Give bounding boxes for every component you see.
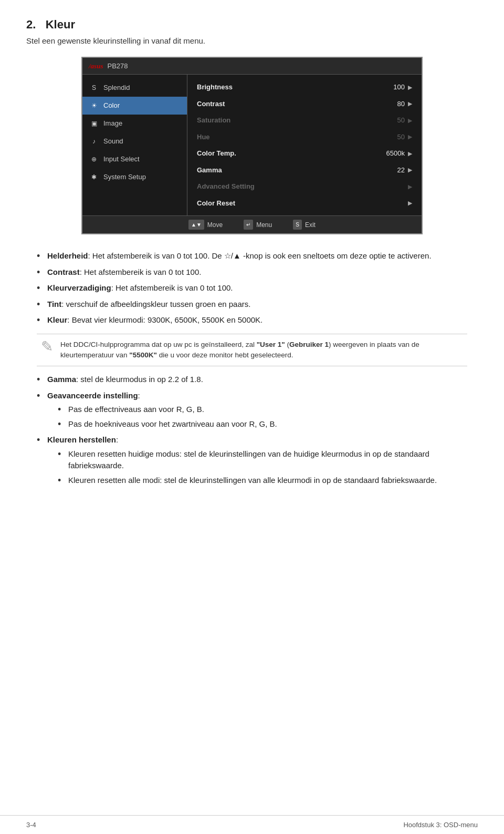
gamma-value: 22 ▶ bbox=[397, 165, 412, 176]
chapter-subtitle: Stel een gewenste kleurinstelling in van… bbox=[26, 35, 478, 47]
panel-row-color-temp[interactable]: Color Temp. 6500k ▶ bbox=[187, 145, 422, 162]
list-item-kleur: Kleur: Bevat vier kleurmodi: 9300K, 6500… bbox=[37, 314, 472, 326]
monitor-body: S Splendid ☀ Color ▣ Image ♪ Sound ⊕ I bbox=[82, 75, 422, 215]
color-temp-value: 6500k ▶ bbox=[386, 148, 412, 159]
sidebar-label-input-select: Input Select bbox=[103, 154, 140, 164]
sidebar-item-image[interactable]: ▣ Image bbox=[82, 115, 187, 132]
color-temp-arrow: ▶ bbox=[408, 149, 412, 158]
color-reset-label: Color Reset bbox=[197, 198, 235, 209]
kleur-bold: Kleur bbox=[47, 315, 67, 324]
hue-value: 50 ▶ bbox=[397, 132, 412, 142]
advanced-setting-label: Advanced Setting bbox=[197, 181, 255, 192]
brightness-arrow: ▶ bbox=[408, 83, 412, 92]
sidebar-label-splendid: Splendid bbox=[103, 83, 130, 93]
panel-row-hue: Hue 50 ▶ bbox=[187, 129, 422, 146]
sidebar-item-sound[interactable]: ♪ Sound bbox=[82, 132, 187, 150]
exit-icon: S bbox=[293, 220, 302, 230]
contrast-bold: Contrast bbox=[47, 267, 80, 276]
sub-item-kleuren-alle: Kleuren resetten alle modi: stel de kleu… bbox=[58, 475, 472, 487]
note-box: ✎ Het DDC/CI-hulpprogramma dat op uw pc … bbox=[37, 334, 467, 367]
geavanceerde-sub-list: Pas de effectniveaus aan voor R, G, B. P… bbox=[47, 404, 472, 430]
page-header: 2. Kleur Stel een gewenste kleurinstelli… bbox=[26, 16, 478, 47]
input-select-icon: ⊕ bbox=[89, 154, 99, 164]
kleuren-herstellen-bold: Kleuren herstellen bbox=[47, 435, 116, 444]
sidebar-item-color[interactable]: ☀ Color bbox=[82, 97, 187, 115]
contrast-label: Contrast bbox=[197, 99, 225, 109]
monitor-model: PB278 bbox=[107, 61, 128, 71]
color-icon: ☀ bbox=[89, 100, 99, 111]
sidebar-item-splendid[interactable]: S Splendid bbox=[82, 79, 187, 97]
advanced-setting-arrow: ▶ bbox=[405, 182, 412, 191]
list-item-kleuren-herstellen: Kleuren herstellen: Kleuren resetten hui… bbox=[37, 434, 472, 486]
move-label: Move bbox=[207, 220, 223, 230]
menu-sidebar: S Splendid ☀ Color ▣ Image ♪ Sound ⊕ I bbox=[82, 75, 187, 215]
footer-chapter-title: Hoofdstuk 3: OSD-menu bbox=[403, 820, 478, 830]
panel-row-advanced-setting: Advanced Setting ▶ bbox=[187, 178, 422, 195]
sub-item-r-g-b-2: Pas de hoekniveaus voor het zwartniveau … bbox=[58, 418, 472, 430]
monitor-osd-ui: /asus PB278 S Splendid ☀ Color ▣ Image bbox=[81, 57, 423, 235]
panel-row-color-reset[interactable]: Color Reset ▶ bbox=[187, 195, 422, 212]
chapter-number: 2. bbox=[26, 18, 36, 31]
tint-bold: Tint bbox=[47, 300, 61, 308]
gamma-text-bold: Gamma bbox=[47, 375, 76, 384]
advanced-arrow-icon: ▶ bbox=[408, 182, 412, 191]
content-body: Helderheid: Het afstembereik is van 0 to… bbox=[26, 250, 478, 486]
note-text: Het DDC/CI-hulpprogramma dat op uw pc is… bbox=[60, 339, 463, 361]
kleurverzadiging-bold: Kleurverzadiging bbox=[47, 283, 111, 292]
gamma-label: Gamma bbox=[197, 165, 222, 176]
page-footer: 3-4 Hoofdstuk 3: OSD-menu bbox=[0, 815, 504, 835]
monitor-titlebar: /asus PB278 bbox=[82, 58, 422, 75]
hue-label: Hue bbox=[197, 132, 210, 142]
move-icon: ▲▼ bbox=[188, 220, 204, 230]
list-item-kleurverzadiging: Kleurverzadiging: Het afstembereik is va… bbox=[37, 282, 472, 294]
menu-icon: ↵ bbox=[244, 220, 253, 230]
panel-row-contrast[interactable]: Contrast 80 ▶ bbox=[187, 96, 422, 112]
saturation-value: 50 ▶ bbox=[397, 115, 412, 126]
list-item-geavanceerde: Geavanceerde instelling: Pas de effectni… bbox=[37, 390, 472, 430]
color-temp-label: Color Temp. bbox=[197, 148, 236, 159]
saturation-arrow: ▶ bbox=[408, 116, 412, 125]
kleuren-herstellen-sub-list: Kleuren resetten huidige modus: stel de … bbox=[47, 448, 472, 487]
main-bullet-list: Helderheid: Het afstembereik is van 0 to… bbox=[32, 250, 472, 326]
geavanceerde-bold: Geavanceerde instelling bbox=[47, 391, 138, 400]
brightness-value: 100 ▶ bbox=[393, 82, 412, 92]
contrast-value: 80 ▶ bbox=[397, 99, 412, 109]
image-icon: ▣ bbox=[89, 118, 99, 129]
splendid-icon: S bbox=[89, 83, 99, 93]
sidebar-label-image: Image bbox=[103, 118, 122, 129]
monitor-toolbar: ▲▼ Move ↵ Menu S Exit bbox=[82, 215, 422, 233]
sound-icon: ♪ bbox=[89, 136, 99, 147]
sidebar-label-sound: Sound bbox=[103, 136, 123, 147]
toolbar-menu: ↵ Menu bbox=[244, 220, 272, 230]
gamma-arrow: ▶ bbox=[408, 166, 412, 174]
toolbar-exit: S Exit bbox=[293, 220, 316, 230]
system-setup-icon: ✱ bbox=[89, 172, 99, 182]
sub-item-kleuren-huidige: Kleuren resetten huidige modus: stel de … bbox=[58, 448, 472, 472]
brightness-label: Brightness bbox=[197, 82, 233, 92]
panel-row-saturation: Saturation 50 ▶ bbox=[187, 112, 422, 129]
toolbar-move: ▲▼ Move bbox=[188, 220, 223, 230]
note-feather-icon: ✎ bbox=[41, 339, 53, 354]
list-item-tint: Tint: verschuif de afbeeldingskleur tuss… bbox=[37, 298, 472, 311]
sub-item-r-g-b-1: Pas de effectniveaus aan voor R, G, B. bbox=[58, 404, 472, 416]
list-item-helderheid: Helderheid: Het afstembereik is van 0 to… bbox=[37, 250, 472, 262]
sidebar-item-input-select[interactable]: ⊕ Input Select bbox=[82, 150, 187, 168]
contrast-arrow: ▶ bbox=[408, 99, 412, 108]
footer-page-number: 3-4 bbox=[26, 820, 36, 830]
exit-label: Exit bbox=[305, 220, 316, 230]
list-item-gamma: Gamma: stel de kleurmodus in op 2.2 of 1… bbox=[37, 374, 472, 386]
sidebar-item-system-setup[interactable]: ✱ System Setup bbox=[82, 168, 187, 186]
panel-row-gamma[interactable]: Gamma 22 ▶ bbox=[187, 162, 422, 179]
panel-row-brightness[interactable]: Brightness 100 ▶ bbox=[187, 79, 422, 96]
asus-logo: /asus bbox=[89, 61, 103, 71]
more-bullet-list: Gamma: stel de kleurmodus in op 2.2 of 1… bbox=[32, 374, 472, 486]
chapter-heading: Kleur bbox=[46, 18, 75, 31]
menu-label: Menu bbox=[256, 220, 272, 230]
sidebar-label-system-setup: System Setup bbox=[103, 172, 146, 182]
color-reset-arrow: ▶ bbox=[405, 199, 412, 208]
color-reset-arrow-icon: ▶ bbox=[408, 199, 412, 208]
list-item-contrast: Contrast: Het afstembereik is van 0 tot … bbox=[37, 266, 472, 279]
saturation-label: Saturation bbox=[197, 115, 230, 126]
hue-arrow: ▶ bbox=[408, 132, 412, 141]
menu-panel: Brightness 100 ▶ Contrast 80 ▶ Saturatio… bbox=[187, 75, 422, 215]
